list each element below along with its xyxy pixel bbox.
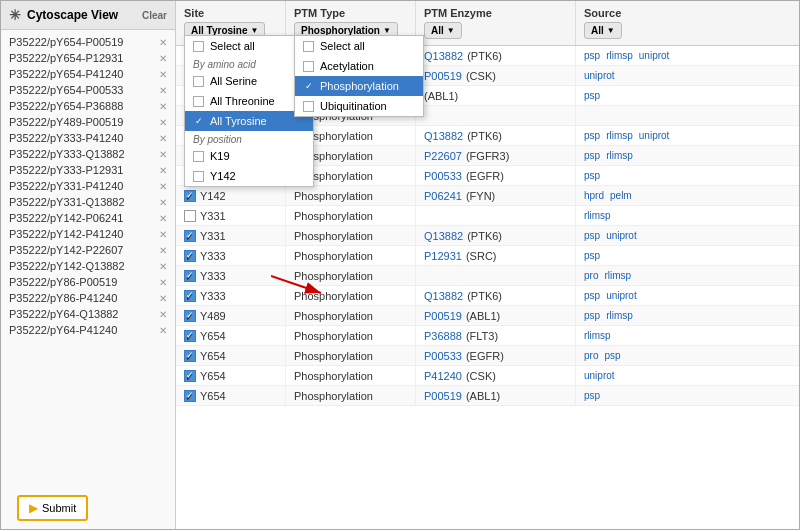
sidebar-item-remove[interactable]: ✕ [159,325,167,336]
sidebar-item-label: P35222/pY333-Q13882 [9,148,155,160]
source-link[interactable]: psp [584,90,600,101]
source-link[interactable]: rlimsp [606,150,633,161]
site-select-all-checkbox[interactable] [193,41,204,52]
enzyme-link[interactable]: P00519 [424,310,462,322]
source-link[interactable]: uniprot [606,230,637,241]
source-link[interactable]: uniprot [639,50,670,61]
source-link[interactable]: rlimsp [606,50,633,61]
ptm-select-all[interactable]: Select all [295,36,423,56]
sidebar-item-remove[interactable]: ✕ [159,277,167,288]
source-link[interactable]: psp [584,290,600,301]
source-link[interactable]: psp [584,150,600,161]
enzyme-label: (CSK) [466,70,496,82]
source-link[interactable]: pro [584,350,598,361]
sidebar-item-remove[interactable]: ✕ [159,85,167,96]
source-link[interactable]: rlimsp [606,130,633,141]
site-k19[interactable]: K19 [185,146,313,166]
source-link[interactable]: uniprot [584,70,615,81]
row-checkbox[interactable]: ✓ [184,390,196,402]
enzyme-link[interactable]: Q13882 [424,230,463,242]
source-link[interactable]: pelm [610,190,632,201]
row-checkbox[interactable]: ✓ [184,330,196,342]
source-link[interactable]: psp [584,230,600,241]
enzyme-link[interactable]: Q13882 [424,130,463,142]
row-checkbox[interactable]: ✓ [184,350,196,362]
sidebar-item-remove[interactable]: ✕ [159,53,167,64]
ptm-ubiquitination-checkbox[interactable] [303,101,314,112]
source-link[interactable]: rlimsp [584,330,611,341]
row-checkbox[interactable]: ✓ [184,310,196,322]
sidebar-item-remove[interactable]: ✕ [159,181,167,192]
enzyme-link[interactable]: P00519 [424,390,462,402]
sidebar-item-remove[interactable]: ✕ [159,37,167,48]
enzyme-link[interactable]: P36888 [424,330,462,342]
ptm-ubiquitination[interactable]: Ubiquitination [295,96,423,116]
enzyme-link[interactable]: P00533 [424,350,462,362]
site-all-threonine-checkbox[interactable] [193,96,204,107]
enzyme-link[interactable]: P12931 [424,250,462,262]
source-link[interactable]: psp [604,350,620,361]
site-dropdown-arrow: ▼ [251,26,259,35]
sidebar-item-remove[interactable]: ✕ [159,149,167,160]
row-checkbox[interactable]: ✓ [184,270,196,282]
ptm-acetylation[interactable]: Acetylation [295,56,423,76]
site-value: Y331 [200,210,226,222]
sidebar-item-remove[interactable]: ✕ [159,117,167,128]
row-checkbox[interactable] [184,210,196,222]
sidebar-item-remove[interactable]: ✕ [159,261,167,272]
ptm-phosphorylation[interactable]: ✓ Phosphorylation [295,76,423,96]
sidebar-item-remove[interactable]: ✕ [159,213,167,224]
source-link[interactable]: psp [584,170,600,181]
clear-button[interactable]: Clear [142,10,167,21]
row-checkbox[interactable]: ✓ [184,250,196,262]
source-link[interactable]: uniprot [606,290,637,301]
sidebar-item-remove[interactable]: ✕ [159,309,167,320]
enzyme-link[interactable]: Q13882 [424,290,463,302]
source-link[interactable]: pro [584,270,598,281]
sidebar-item: P35222/pY654-P41240✕ [1,66,175,82]
row-checkbox[interactable]: ✓ [184,290,196,302]
row-checkbox[interactable]: ✓ [184,190,196,202]
source-dropdown-btn[interactable]: All ▼ [584,22,622,39]
sidebar-item-remove[interactable]: ✕ [159,133,167,144]
site-cell: ✓ Y142 [176,186,286,205]
sidebar-item-remove[interactable]: ✕ [159,229,167,240]
site-y142-checkbox[interactable] [193,171,204,182]
sidebar-item-remove[interactable]: ✕ [159,101,167,112]
source-link[interactable]: psp [584,130,600,141]
source-link[interactable]: rlimsp [606,310,633,321]
site-all-serine-checkbox[interactable] [193,76,204,87]
source-link[interactable]: rlimsp [604,270,631,281]
sidebar-item-remove[interactable]: ✕ [159,69,167,80]
ptm-select-all-checkbox[interactable] [303,41,314,52]
enzyme-link[interactable]: P41240 [424,370,462,382]
ptm-phosphorylation-checkbox[interactable]: ✓ [303,81,314,92]
source-link[interactable]: psp [584,310,600,321]
site-value: Y654 [200,390,226,402]
enzyme-link[interactable]: P22607 [424,150,462,162]
source-link[interactable]: hprd [584,190,604,201]
sidebar-item-remove[interactable]: ✕ [159,197,167,208]
source-link[interactable]: uniprot [639,130,670,141]
sidebar-item-remove[interactable]: ✕ [159,165,167,176]
source-link[interactable]: rlimsp [584,210,611,221]
enzyme-link[interactable]: P00533 [424,170,462,182]
ptm-acetylation-checkbox[interactable] [303,61,314,72]
site-y142[interactable]: Y142 [185,166,313,186]
sidebar-item-remove[interactable]: ✕ [159,293,167,304]
row-checkbox[interactable]: ✓ [184,230,196,242]
submit-button[interactable]: ▶ Submit [17,495,88,521]
source-link[interactable]: psp [584,390,600,401]
sidebar-item-remove[interactable]: ✕ [159,245,167,256]
row-checkbox[interactable]: ✓ [184,370,196,382]
enzyme-link[interactable]: P06241 [424,190,462,202]
source-link[interactable]: psp [584,250,600,261]
site-k19-checkbox[interactable] [193,151,204,162]
ptm-enzyme-dropdown-btn[interactable]: All ▼ [424,22,462,39]
source-link[interactable]: psp [584,50,600,61]
site-select-all-label: Select all [210,40,255,52]
enzyme-link[interactable]: P00519 [424,70,462,82]
site-all-tyrosine-checkbox[interactable]: ✓ [193,116,204,127]
source-link[interactable]: uniprot [584,370,615,381]
enzyme-link[interactable]: Q13882 [424,50,463,62]
